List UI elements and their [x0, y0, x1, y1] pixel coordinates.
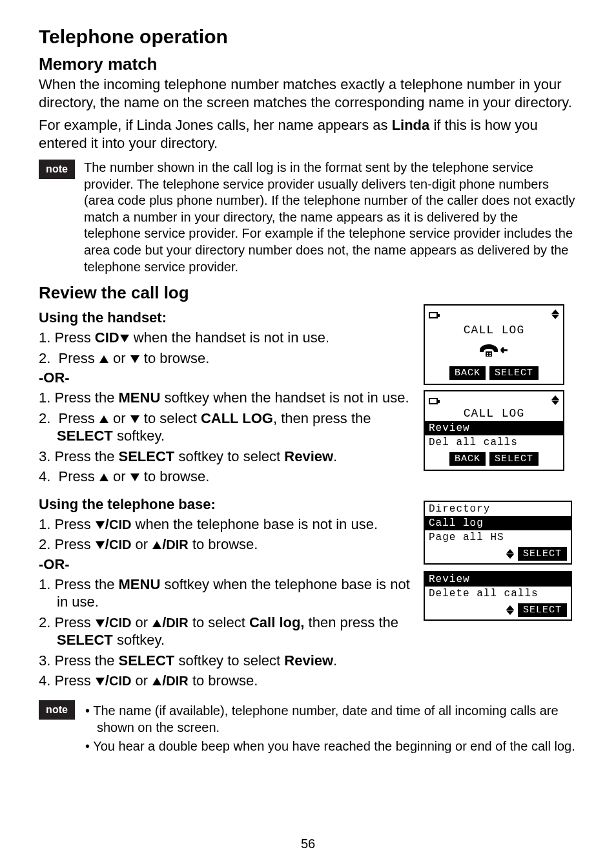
bold-name: Linda — [392, 117, 430, 133]
text: . — [333, 652, 337, 669]
step: 2. Press /CID or /DIR to select Call log… — [39, 614, 412, 649]
softkey-back: BACK — [449, 452, 486, 466]
svg-rect-0 — [486, 351, 492, 357]
menu-row-selected: Review — [425, 421, 563, 435]
text: For example, if Linda Jones calls, her n… — [39, 117, 392, 133]
page-number: 56 — [0, 837, 616, 851]
menu-row: Delete all calls — [425, 587, 571, 601]
text: 2. Press — [39, 536, 95, 552]
svg-rect-2 — [489, 353, 491, 354]
step: 2. Press or to browse. — [39, 349, 412, 368]
key-label: SELECT — [119, 448, 175, 464]
text: then press the — [304, 614, 398, 630]
scroll-indicator-icon — [551, 309, 559, 319]
section-heading-review-call-log: Review the call log — [39, 283, 577, 303]
text: 1. Press — [39, 516, 95, 532]
down-arrow-icon — [130, 355, 139, 363]
handset-alt-steps: 1. Press the MENU softkey when the hands… — [39, 389, 412, 486]
key-label: SELECT — [57, 632, 113, 648]
section-heading-memory-match: Memory match — [39, 54, 577, 74]
note-list: The name (if available), telephone numbe… — [84, 700, 577, 756]
menu-row-selected: Call log — [425, 516, 571, 530]
step: 3. Press the SELECT softkey to select Re… — [39, 448, 412, 466]
softkey-back: BACK — [449, 366, 486, 380]
key-label: CID — [95, 329, 119, 346]
handset-screen-call-log: CALL LOG BACK SELECT — [424, 304, 564, 385]
down-arrow-icon — [130, 473, 139, 481]
text: to browse. — [189, 672, 258, 689]
text: 1. Press the — [39, 576, 119, 592]
up-arrow-icon — [152, 619, 161, 627]
step: 1. Press /CID when the telephone base is… — [39, 515, 412, 534]
down-arrow-icon — [96, 521, 105, 529]
text: when the handset is not in use. — [130, 329, 329, 346]
scroll-indicator-icon — [506, 549, 514, 559]
note-block-2: note The name (if available), telephone … — [39, 700, 577, 756]
text: softkey to select — [174, 652, 284, 669]
menu-row: Directory — [425, 502, 571, 516]
text: 1. Press the — [39, 390, 119, 406]
svg-rect-3 — [487, 355, 488, 356]
step: 2. Press or to select CALL LOG, then pre… — [39, 410, 412, 445]
note-badge: note — [39, 160, 75, 179]
phone-with-arrow-icon — [429, 339, 559, 361]
text: 4. Press — [39, 672, 95, 689]
note-item: The name (if available), telephone numbe… — [84, 702, 577, 736]
screen-title: CALL LOG — [429, 321, 559, 339]
handset-steps: 1. Press CID when the handset is not in … — [39, 329, 412, 367]
down-arrow-icon — [96, 619, 105, 627]
softkey-select: SELECT — [518, 547, 567, 561]
step: 1. Press the MENU softkey when the hands… — [39, 389, 412, 407]
text: , then press the — [273, 410, 371, 426]
handset-screen-call-log-menu: CALL LOG Review Del all calls BACK SELEC… — [424, 390, 564, 471]
base-screen-call-log-menu: Review Delete all calls SELECT — [424, 571, 572, 621]
step: 1. Press the MENU softkey when the telep… — [39, 576, 412, 611]
memory-match-para2: For example, if Linda Jones calls, her n… — [39, 116, 577, 152]
key-label: SELECT — [57, 428, 113, 444]
note-badge: note — [39, 700, 75, 720]
note-text: The number shown in the call log is in t… — [84, 160, 577, 275]
or-divider: -OR- — [39, 369, 412, 386]
scroll-indicator-icon — [506, 605, 514, 615]
text: 2. Press — [39, 614, 95, 630]
softkey-select: SELECT — [518, 603, 567, 617]
base-steps: 1. Press /CID when the telephone base is… — [39, 515, 412, 554]
text: or — [131, 536, 152, 552]
base-alt-steps: 1. Press the MENU softkey when the telep… — [39, 576, 412, 690]
note-block-1: note The number shown in the call log is… — [39, 160, 577, 275]
text: softkey. — [113, 632, 165, 648]
battery-icon — [429, 398, 438, 404]
down-arrow-icon — [120, 335, 129, 342]
memory-match-para1: When the incoming telephone number match… — [39, 76, 577, 111]
battery-icon — [429, 312, 438, 318]
up-arrow-icon — [152, 541, 161, 549]
svg-rect-1 — [487, 353, 488, 354]
menu-row-selected: Review — [425, 572, 571, 587]
step: 2. Press /CID or /DIR to browse. — [39, 535, 412, 554]
menu-item: Review — [284, 448, 333, 464]
menu-row: Del all calls — [425, 435, 563, 450]
svg-rect-4 — [489, 355, 491, 356]
menu-item: Review — [284, 652, 333, 669]
using-handset-heading: Using the handset: — [39, 309, 412, 326]
menu-item: CALL LOG — [201, 410, 273, 426]
screen-title: CALL LOG — [429, 407, 559, 421]
menu-item: Call log, — [249, 614, 305, 630]
text: . — [333, 448, 337, 464]
or-divider: -OR- — [39, 556, 412, 573]
note-item: You hear a double beep when you have rea… — [84, 738, 577, 754]
text: softkey when the handset is not in use. — [160, 390, 409, 406]
softkey-select: SELECT — [489, 452, 539, 466]
text: softkey to select — [174, 448, 284, 464]
base-screen-menu: Directory Call log Page all HS SELECT — [424, 501, 572, 565]
key-label: SELECT — [119, 652, 175, 669]
up-arrow-icon — [152, 678, 161, 685]
menu-row: Page all HS — [425, 530, 571, 545]
up-arrow-icon — [99, 355, 108, 363]
text: 3. Press the — [39, 448, 119, 464]
text: 3. Press the — [39, 652, 119, 669]
text: to select — [189, 614, 249, 630]
up-arrow-icon — [99, 415, 108, 423]
step: 1. Press CID when the handset is not in … — [39, 329, 412, 347]
step: 4. Press /CID or /DIR to browse. — [39, 672, 412, 690]
